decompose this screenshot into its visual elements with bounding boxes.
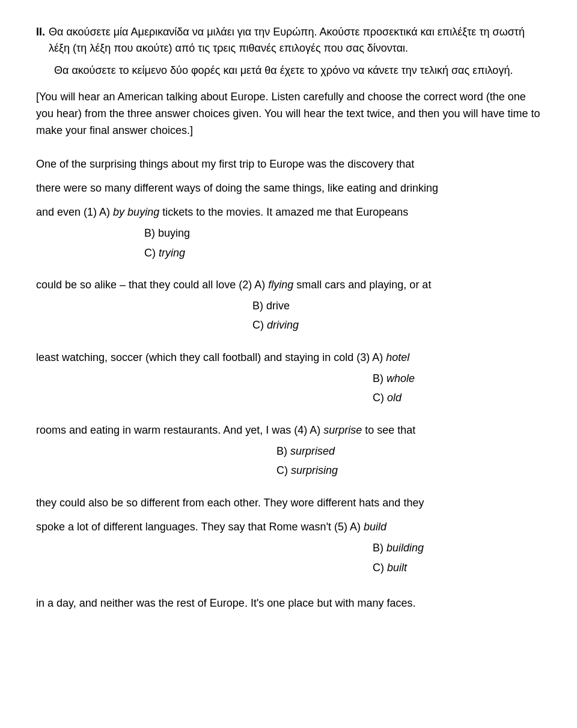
choice1-c: C) trying xyxy=(144,243,541,262)
choice4-options: B) surprised C) surprising xyxy=(276,441,541,481)
choice5-b: B) building xyxy=(373,538,541,557)
line4-prefix: could be so alike – that they could all … xyxy=(36,279,265,291)
passage-line1: One of the surprising things about my fi… xyxy=(36,154,541,174)
choice5-a-italic: build xyxy=(364,521,386,533)
line5-prefix: least watching, soccer (which they call … xyxy=(36,351,383,363)
passage-line4: could be so alike – that they could all … xyxy=(36,275,541,295)
line6-prefix: rooms and eating in warm restaurants. An… xyxy=(36,424,320,436)
choice2-c: C) driving xyxy=(252,315,541,335)
greek-para1: Θα ακούσετε μία Αμερικανίδα να μιλάει γι… xyxy=(49,24,541,56)
passage-line7: they could also be so different from eac… xyxy=(36,493,541,513)
line3-suffix: tickets to the movies. It amazed me that… xyxy=(162,206,408,218)
bracket-instructions: [You will hear an American talking about… xyxy=(36,89,541,139)
passage-line2: there were so many different ways of doi… xyxy=(36,178,541,198)
choice1-b: B) buying xyxy=(144,223,541,243)
choice3-b: B) whole xyxy=(373,369,541,388)
page-container: ΙΙ. Θα ακούσετε μία Αμερικανίδα να μιλάε… xyxy=(36,24,541,613)
line6-suffix: to see that xyxy=(365,424,415,436)
choice2-b: B) drive xyxy=(252,296,541,315)
choice5-c: C) built xyxy=(373,558,541,577)
choice4-b: B) surprised xyxy=(276,441,541,461)
line4-suffix: small cars and playing, or at xyxy=(296,279,431,291)
choice3-a-italic: hotel xyxy=(386,351,409,363)
choice2-a-italic: flying xyxy=(268,279,293,291)
passage-line5: least watching, soccer (which they call … xyxy=(36,347,541,368)
line8-prefix: spoke a lot of different languages. They… xyxy=(36,521,361,533)
choice1-a-italic: by buying xyxy=(113,206,159,218)
passage-line8: spoke a lot of different languages. They… xyxy=(36,517,541,537)
choice2-options: B) drive C) driving xyxy=(252,296,541,335)
choice1-options: B) buying C) trying xyxy=(144,223,541,262)
section-header: ΙΙ. Θα ακούσετε μία Αμερικανίδα να μιλάε… xyxy=(36,24,541,56)
line3-prefix: and even (1) A) xyxy=(36,206,110,218)
passage-line6: rooms and eating in warm restaurants. An… xyxy=(36,420,541,440)
choice3-c: C) old xyxy=(373,388,541,407)
choice4-c: C) surprising xyxy=(276,461,541,480)
choice4-a-italic: surprise xyxy=(323,424,362,436)
choice3-options: B) whole C) old xyxy=(373,369,541,408)
greek-para2: Θα ακούσετε το κείμενο δύο φορές και μετ… xyxy=(54,62,541,79)
passage-block: One of the surprising things about my fi… xyxy=(36,154,541,614)
passage-line9: in a day, and neither was the rest of Eu… xyxy=(36,593,541,613)
section-label: ΙΙ. xyxy=(36,24,45,56)
passage-line3: and even (1) A) by buying tickets to the… xyxy=(36,202,541,222)
choice5-options: B) building C) built xyxy=(373,538,541,577)
